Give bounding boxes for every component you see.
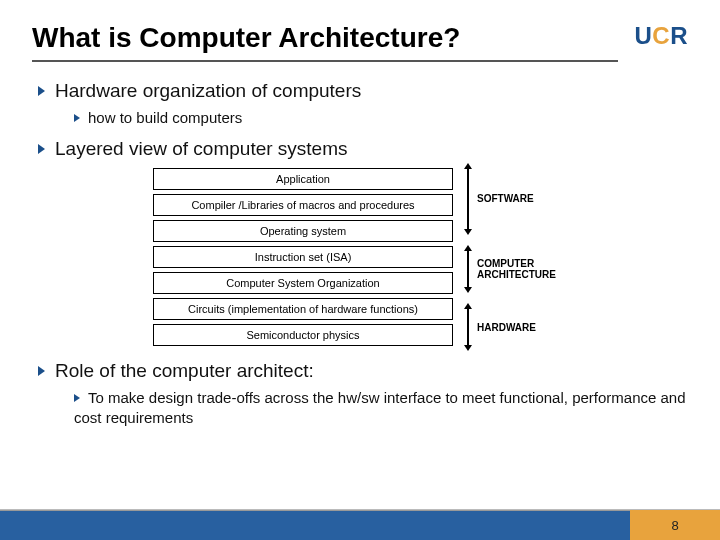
double-arrow-icon	[467, 308, 469, 346]
bullet-list: Hardware organization of computers how t…	[38, 80, 688, 160]
bullet-text: Hardware organization of computers	[55, 80, 361, 101]
layer-os: Operating system	[153, 220, 453, 242]
label-software: SOFTWARE	[463, 168, 567, 230]
subbullet-tradeoffs: To make design trade-offs across the hw/…	[74, 388, 688, 427]
chevron-right-icon	[74, 394, 80, 402]
double-arrow-icon	[467, 250, 469, 288]
subbullet-how-build: how to build computers	[74, 108, 688, 128]
bullet-text: Role of the computer architect:	[55, 360, 314, 381]
label-architecture: COMPUTER ARCHITECTURE	[463, 250, 567, 288]
layer-labels: SOFTWARE COMPUTER ARCHITECTURE HARDWARE	[463, 168, 567, 347]
label-hardware: HARDWARE	[463, 308, 567, 346]
chevron-right-icon	[38, 144, 45, 154]
label-text: SOFTWARE	[477, 193, 534, 204]
label-text: COMPUTER ARCHITECTURE	[477, 258, 567, 280]
header: What is Computer Architecture? UCR	[32, 22, 688, 66]
layer-stack: Application Compiler /Libraries of macro…	[153, 168, 453, 347]
slide-title: What is Computer Architecture?	[32, 22, 618, 62]
bullet-hardware-org: Hardware organization of computers how t…	[38, 80, 688, 128]
layer-application: Application	[153, 168, 453, 190]
footer-bar: 8	[0, 510, 720, 540]
logo-letter-c: C	[652, 22, 670, 50]
double-arrow-icon	[467, 168, 469, 230]
slide: What is Computer Architecture? UCR Hardw…	[0, 0, 720, 540]
bullet-list-2: Role of the computer architect: To make …	[38, 360, 688, 427]
label-text: HARDWARE	[477, 322, 536, 333]
bullet-text: To make design trade-offs across the hw/…	[74, 389, 686, 426]
bullet-text: Layered view of computer systems	[55, 138, 348, 159]
page-number: 8	[630, 510, 720, 540]
layer-compiler: Compiler /Libraries of macros and proced…	[153, 194, 453, 216]
chevron-right-icon	[38, 366, 45, 376]
layer-semiconductor: Semiconductor physics	[153, 324, 453, 346]
layer-circuits: Circuits (implementation of hardware fun…	[153, 298, 453, 320]
layer-organization: Computer System Organization	[153, 272, 453, 294]
bullet-layered-view: Layered view of computer systems	[38, 138, 688, 160]
ucr-logo: UCR	[634, 22, 688, 50]
chevron-right-icon	[38, 86, 45, 96]
logo-letter-u: U	[634, 22, 652, 50]
layer-diagram: Application Compiler /Libraries of macro…	[32, 168, 688, 347]
footer-blue-band	[0, 510, 630, 540]
bullet-role-architect: Role of the computer architect: To make …	[38, 360, 688, 427]
chevron-right-icon	[74, 114, 80, 122]
layer-isa: Instruction set (ISA)	[153, 246, 453, 268]
bullet-text: how to build computers	[88, 109, 242, 126]
logo-letter-r: R	[670, 22, 688, 50]
